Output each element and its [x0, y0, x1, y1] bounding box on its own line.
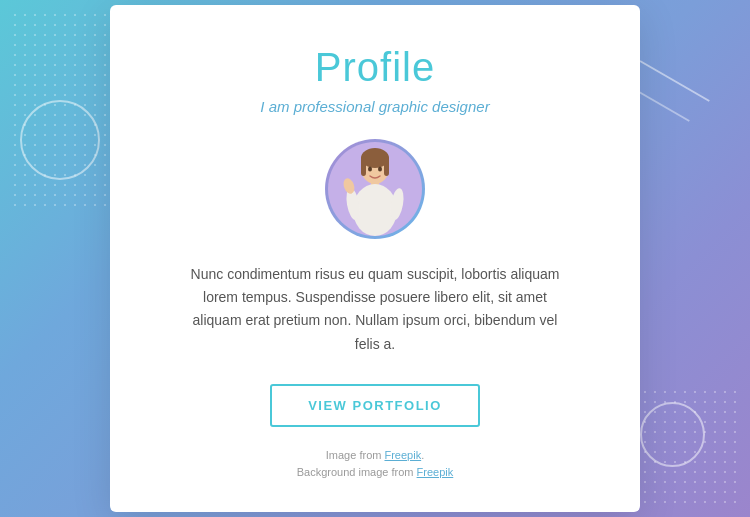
circle-bottom-right [640, 402, 705, 467]
footer-line2: Background image from Freepik [297, 464, 454, 482]
freepik-link-1[interactable]: Freepik [384, 449, 421, 461]
avatar [328, 142, 422, 236]
card-title: Profile [315, 45, 435, 90]
footer-line1: Image from Freepik. [297, 447, 454, 465]
svg-point-9 [368, 167, 372, 172]
svg-point-5 [353, 184, 397, 236]
card-subtitle: I am professional graphic designer [260, 98, 489, 115]
view-portfolio-button[interactable]: VIEW PORTFOLIO [270, 384, 480, 427]
profile-card: Profile I am professional graphic design… [110, 5, 640, 512]
card-footer: Image from Freepik. Background image fro… [297, 447, 454, 482]
circle-top-left [20, 100, 100, 180]
card-bio: Nunc condimentum risus eu quam suscipit,… [185, 263, 565, 355]
svg-point-10 [378, 167, 382, 172]
avatar-wrapper [325, 139, 425, 239]
freepik-link-2[interactable]: Freepik [417, 466, 454, 478]
svg-rect-2 [361, 156, 366, 176]
avatar-image [335, 146, 415, 236]
svg-rect-3 [384, 156, 389, 176]
